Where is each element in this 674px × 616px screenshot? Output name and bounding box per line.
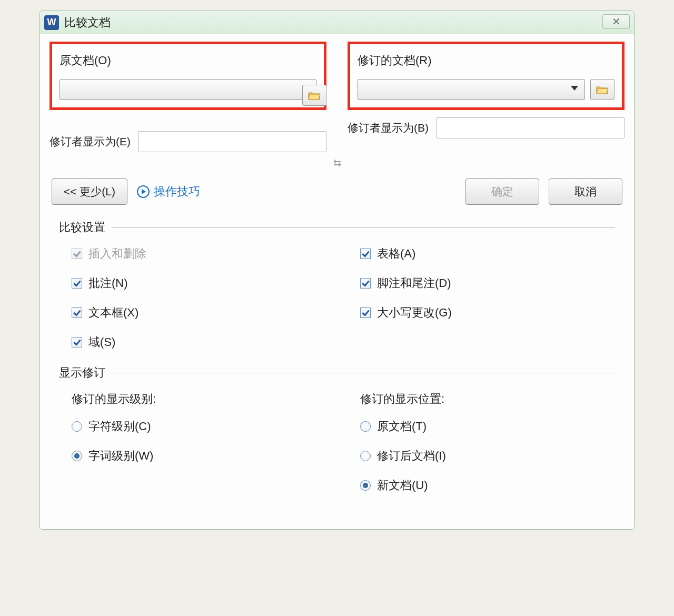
show-revisions-group: 显示修订 修订的显示级别: 字符级别(C) 字词 bbox=[59, 365, 615, 493]
revised-doc-label: 修订的文档(R) bbox=[358, 53, 614, 68]
checkbox-label: 插入和删除 bbox=[88, 246, 146, 262]
close-button[interactable]: ✕ bbox=[602, 14, 630, 29]
radio-label: 字词级别(W) bbox=[88, 448, 153, 464]
checkbox-label: 脚注和尾注(D) bbox=[377, 275, 451, 291]
radio-label: 原文档(T) bbox=[377, 419, 427, 434]
checkbox-icon bbox=[360, 249, 371, 259]
less-button[interactable]: << 更少(L) bbox=[52, 178, 127, 205]
checkbox-label: 域(S) bbox=[88, 334, 115, 350]
radio-icon bbox=[360, 421, 371, 432]
settings-block: 比较设置 插入和删除 批注(N) bbox=[49, 220, 625, 493]
divider bbox=[112, 227, 615, 228]
chevron-down-icon bbox=[571, 86, 578, 91]
tips-link-label: 操作技巧 bbox=[154, 184, 200, 200]
checkbox-label: 大小写更改(G) bbox=[377, 305, 452, 321]
dialog-window: W 比较文档 ✕ 原文档(O) bbox=[39, 11, 635, 530]
original-reviser-row: 修订者显示为(E) bbox=[49, 131, 326, 152]
checkbox-case-changes[interactable]: 大小写更改(G) bbox=[360, 305, 615, 321]
checkbox-icon bbox=[360, 307, 371, 318]
dialog-body: 原文档(O) bbox=[40, 34, 634, 529]
checkbox-textboxes[interactable]: 文本框(X) bbox=[72, 305, 326, 321]
original-reviser-label: 修订者显示为(E) bbox=[49, 134, 131, 149]
revised-doc-combo[interactable] bbox=[358, 79, 585, 100]
compare-settings-group: 比较设置 插入和删除 批注(N) bbox=[59, 220, 615, 350]
checkbox-icon bbox=[72, 278, 82, 289]
checkbox-label: 文本框(X) bbox=[88, 305, 138, 321]
original-doc-side: 原文档(O) bbox=[49, 42, 326, 152]
checkbox-insert-delete: 插入和删除 bbox=[72, 246, 326, 262]
revised-browse-button[interactable] bbox=[590, 79, 614, 100]
divider bbox=[112, 373, 615, 373]
radio-icon bbox=[72, 421, 82, 432]
revision-level-label: 修订的显示级别: bbox=[59, 391, 326, 407]
checkbox-footnotes[interactable]: 脚注和尾注(D) bbox=[360, 275, 615, 291]
tips-link[interactable]: 操作技巧 bbox=[137, 184, 200, 200]
revised-reviser-label: 修订者显示为(B) bbox=[348, 121, 429, 135]
show-revisions-title: 显示修订 bbox=[59, 365, 105, 381]
checkbox-icon bbox=[72, 337, 82, 347]
checkbox-label: 批注(N) bbox=[88, 275, 128, 291]
dialog-title: 比较文档 bbox=[64, 15, 111, 31]
cancel-button[interactable]: 取消 bbox=[549, 178, 622, 205]
radio-revised-doc[interactable]: 修订后文档(I) bbox=[360, 448, 615, 464]
checkbox-icon bbox=[72, 307, 82, 318]
checkbox-fields[interactable]: 域(S) bbox=[72, 334, 326, 350]
ok-button[interactable]: 确定 bbox=[465, 178, 539, 205]
revised-reviser-row: 修订者显示为(B) bbox=[348, 117, 625, 138]
original-reviser-input[interactable] bbox=[138, 131, 326, 152]
action-row: << 更少(L) 操作技巧 确定 取消 bbox=[49, 178, 625, 205]
radio-new-doc[interactable]: 新文档(U) bbox=[360, 478, 615, 493]
swap-icon[interactable]: ⇆ bbox=[333, 158, 341, 168]
radio-icon bbox=[72, 451, 82, 461]
folder-open-icon bbox=[596, 85, 609, 94]
radio-icon bbox=[360, 480, 371, 491]
radio-char-level[interactable]: 字符级别(C) bbox=[72, 419, 326, 434]
play-circle-icon bbox=[137, 185, 150, 198]
radio-icon bbox=[360, 451, 371, 461]
swap-row: ⇆ bbox=[49, 157, 625, 169]
original-browse-button[interactable] bbox=[302, 85, 326, 106]
checkbox-icon bbox=[360, 278, 371, 289]
checkbox-comments[interactable]: 批注(N) bbox=[72, 275, 326, 291]
original-doc-label: 原文档(O) bbox=[60, 53, 316, 68]
titlebar: W 比较文档 ✕ bbox=[40, 11, 634, 34]
radio-word-level[interactable]: 字词级别(W) bbox=[72, 448, 326, 464]
revised-reviser-input[interactable] bbox=[436, 117, 625, 138]
folder-open-icon bbox=[308, 91, 321, 100]
document-selection-row: 原文档(O) bbox=[49, 42, 625, 152]
radio-label: 修订后文档(I) bbox=[377, 448, 446, 464]
compare-settings-title: 比较设置 bbox=[59, 220, 105, 235]
radio-original-doc[interactable]: 原文档(T) bbox=[360, 419, 615, 434]
revised-doc-side: 修订的文档(R) 修订者显示为(B) bbox=[348, 42, 625, 152]
revision-location-label: 修订的显示位置: bbox=[348, 391, 615, 407]
radio-label: 新文档(U) bbox=[377, 478, 428, 493]
checkbox-icon bbox=[72, 249, 82, 259]
radio-label: 字符级别(C) bbox=[88, 419, 151, 434]
checkbox-label: 表格(A) bbox=[377, 246, 415, 262]
checkbox-tables[interactable]: 表格(A) bbox=[360, 246, 615, 262]
revised-doc-frame: 修订的文档(R) bbox=[348, 42, 625, 110]
app-icon: W bbox=[44, 15, 59, 30]
